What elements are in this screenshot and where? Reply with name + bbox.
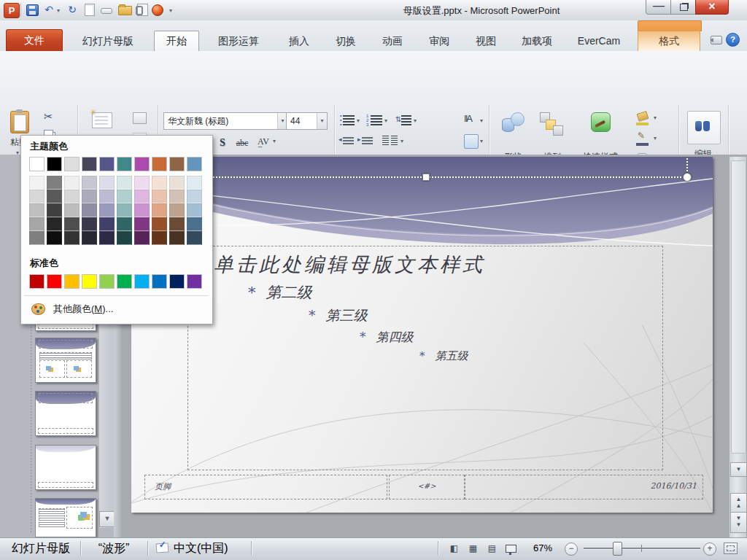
color-swatch[interactable] <box>29 231 44 245</box>
font-size-dropdown-arrow[interactable]: ▾ <box>317 113 327 129</box>
color-swatch[interactable] <box>82 231 97 245</box>
undo-dropdown-arrow[interactable]: ▾ <box>57 8 60 14</box>
tab-insert[interactable]: 插入 <box>279 31 319 51</box>
color-swatch[interactable] <box>47 231 62 245</box>
restore-button[interactable] <box>670 0 697 15</box>
minimize-button[interactable]: — <box>646 0 672 15</box>
color-swatch[interactable] <box>134 231 150 245</box>
bullets-icon[interactable] <box>343 115 355 125</box>
tab-addins[interactable]: 加载项 <box>513 31 561 51</box>
tab-home[interactable]: 开始 <box>154 31 199 51</box>
color-swatch[interactable] <box>169 231 185 245</box>
tab-transitions[interactable]: 切换 <box>326 31 365 51</box>
color-swatch[interactable] <box>47 203 62 217</box>
zoom-in-icon[interactable]: + <box>703 542 716 556</box>
color-swatch[interactable] <box>134 203 150 217</box>
slide-thumbnail[interactable] <box>35 391 96 436</box>
bullets-dropdown-arrow[interactable]: ▾ <box>357 118 360 124</box>
spell-check-icon[interactable] <box>156 542 169 553</box>
color-swatch[interactable] <box>169 190 185 203</box>
color-swatch[interactable] <box>152 231 167 245</box>
color-swatch[interactable] <box>64 274 80 289</box>
color-swatch[interactable] <box>117 217 132 231</box>
color-swatch[interactable] <box>152 217 167 231</box>
slide-thumbnail[interactable] <box>35 498 96 537</box>
color-swatch[interactable] <box>82 176 97 190</box>
redo-icon[interactable]: ↻ <box>64 2 80 18</box>
slide-sorter-view-icon[interactable]: ▦ <box>464 540 482 557</box>
layout-icon[interactable] <box>133 112 147 124</box>
slide-number-placeholder[interactable]: <#> <box>389 475 465 499</box>
line-spacing-icon[interactable] <box>401 115 411 125</box>
tab-format[interactable]: 格式 <box>638 31 700 51</box>
attach-document-icon[interactable] <box>137 4 148 16</box>
color-swatch[interactable] <box>29 203 44 217</box>
color-swatch[interactable] <box>152 190 167 203</box>
color-swatch[interactable] <box>99 190 115 203</box>
columns-icon[interactable] <box>382 136 389 146</box>
color-swatch[interactable] <box>117 203 132 217</box>
zoom-out-icon[interactable]: − <box>565 542 578 556</box>
color-swatch[interactable] <box>134 274 150 289</box>
color-swatch[interactable] <box>169 217 185 231</box>
qat-customize-arrow[interactable]: ▾ <box>169 8 172 14</box>
color-swatch[interactable] <box>134 190 150 203</box>
color-swatch[interactable] <box>99 231 115 245</box>
color-swatch[interactable] <box>117 190 132 203</box>
tab-review[interactable]: 审阅 <box>419 31 459 51</box>
tab-animations[interactable]: 动画 <box>373 31 412 51</box>
numbering-dropdown-arrow[interactable]: ▾ <box>384 118 387 124</box>
decrease-indent-icon[interactable] <box>343 137 354 146</box>
selection-handle-circle[interactable] <box>683 173 692 182</box>
color-swatch[interactable] <box>187 176 202 190</box>
columns-dropdown-arrow[interactable]: ▾ <box>400 139 403 144</box>
editing-button-frame[interactable] <box>687 111 721 144</box>
tab-file[interactable]: 文件 <box>6 29 63 51</box>
color-swatch[interactable] <box>64 190 80 203</box>
tab-evercam[interactable]: EverCam <box>568 31 630 51</box>
status-theme-name[interactable]: “波形” <box>82 537 146 559</box>
zoom-slider-track[interactable] <box>584 548 700 549</box>
color-swatch[interactable] <box>152 176 167 190</box>
scroll-down-icon[interactable]: ▼ <box>730 462 747 477</box>
shape-outline-dropdown-arrow[interactable]: ▾ <box>654 136 657 141</box>
color-swatch[interactable] <box>29 190 44 203</box>
color-swatch[interactable] <box>152 203 167 217</box>
record-sphere-icon[interactable] <box>152 4 163 16</box>
color-swatch[interactable] <box>99 203 115 217</box>
color-swatch[interactable] <box>82 274 97 289</box>
text-shadow-button[interactable]: S <box>214 134 231 152</box>
slide-thumbnail[interactable] <box>35 445 96 490</box>
color-swatch[interactable] <box>117 231 132 245</box>
color-swatch[interactable] <box>187 274 202 289</box>
text-direction-dropdown-arrow[interactable]: ▾ <box>480 118 483 124</box>
color-swatch[interactable] <box>187 157 202 171</box>
color-swatch[interactable] <box>152 274 167 289</box>
next-slide-icon[interactable]: ▼▼ <box>730 512 747 533</box>
color-swatch[interactable] <box>29 217 44 231</box>
status-view-name[interactable]: 幻灯片母版 <box>3 537 79 559</box>
reading-view-icon[interactable]: ▤ <box>483 540 501 557</box>
color-swatch[interactable] <box>187 231 202 245</box>
vertical-scrollbar-thumb[interactable] <box>731 160 746 454</box>
normal-view-icon[interactable]: ◧ <box>445 540 463 557</box>
more-colors-item[interactable]: 其他颜色(M)... <box>21 298 211 319</box>
line-spacing-dropdown-arrow[interactable]: ▾ <box>414 118 417 124</box>
increase-indent-icon[interactable] <box>362 137 373 146</box>
color-swatch[interactable] <box>64 176 80 190</box>
new-document-icon[interactable] <box>85 4 95 16</box>
previous-slide-icon[interactable]: ▲▲ <box>730 493 747 514</box>
color-swatch[interactable] <box>117 274 132 289</box>
tab-view[interactable]: 视图 <box>466 31 506 51</box>
shape-outline-icon[interactable]: ✎ <box>638 131 645 140</box>
date-placeholder[interactable]: 2016/10/31 <box>465 475 703 499</box>
slide-thumbnail[interactable] <box>35 338 96 383</box>
color-swatch[interactable] <box>29 274 44 289</box>
color-swatch[interactable] <box>64 203 80 217</box>
selection-handle-square[interactable] <box>422 174 430 181</box>
color-swatch[interactable] <box>134 217 150 231</box>
color-swatch[interactable] <box>82 190 97 203</box>
strikethrough-button[interactable]: abc <box>232 134 252 152</box>
color-swatch[interactable] <box>187 217 202 231</box>
color-swatch[interactable] <box>64 231 80 245</box>
